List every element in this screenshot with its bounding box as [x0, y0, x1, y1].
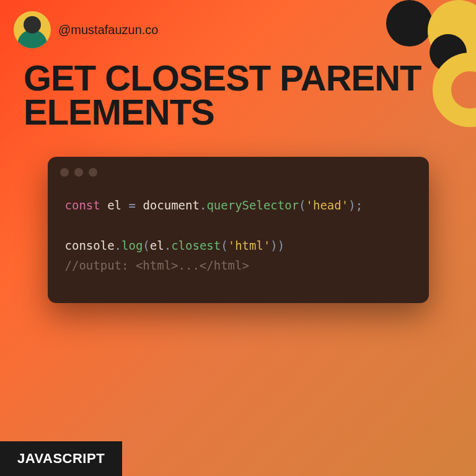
code-window: const el = document.querySelector('head'…: [48, 157, 429, 303]
window-dot-icon: [89, 168, 97, 177]
language-badge: JAVASCRIPT: [0, 441, 122, 476]
code-punctuation: (: [143, 239, 149, 252]
code-object: document: [143, 198, 200, 212]
code-punctuation: (: [221, 239, 227, 252]
code-block: const el = document.querySelector('head'…: [48, 195, 429, 275]
avatar: [14, 11, 51, 48]
code-object: console: [65, 239, 115, 252]
code-keyword: const: [65, 198, 100, 212]
code-method: querySelector: [206, 198, 299, 212]
code-punctuation: .: [164, 239, 171, 252]
code-variable: el: [150, 239, 164, 252]
avatar-head-icon: [24, 16, 41, 33]
decorative-shapes: [364, 0, 476, 112]
code-punctuation: .: [115, 239, 121, 252]
window-dot-icon: [74, 168, 83, 177]
code-punctuation: );: [348, 198, 363, 212]
code-method: closest: [171, 239, 221, 252]
circle-icon: [386, 0, 433, 46]
code-punctuation: )): [270, 239, 284, 252]
code-method: log: [121, 239, 143, 252]
code-string: 'head': [306, 198, 349, 212]
window-dot-icon: [60, 168, 69, 177]
code-comment: //output: <html>...</html>: [65, 258, 249, 272]
code-punctuation: (: [299, 198, 306, 212]
code-variable: el: [107, 198, 121, 212]
author-handle: @mustafauzun.co: [58, 23, 159, 37]
code-string: 'html': [228, 239, 271, 252]
code-operator: =: [129, 198, 136, 212]
window-controls: [48, 157, 429, 195]
code-punctuation: .: [200, 198, 206, 212]
